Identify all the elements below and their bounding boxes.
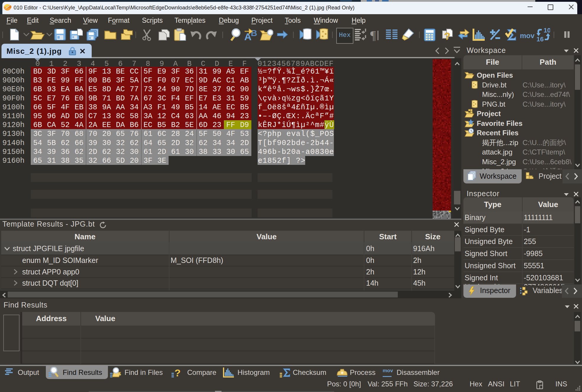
svg-text:B: B — [251, 28, 257, 38]
svg-text:?: ? — [444, 30, 450, 41]
svg-text:16: 16 — [536, 35, 544, 42]
svg-text:¶: ¶ — [370, 29, 376, 41]
svg-text:10: 10 — [544, 27, 550, 34]
svg-text:?: ? — [174, 367, 181, 378]
